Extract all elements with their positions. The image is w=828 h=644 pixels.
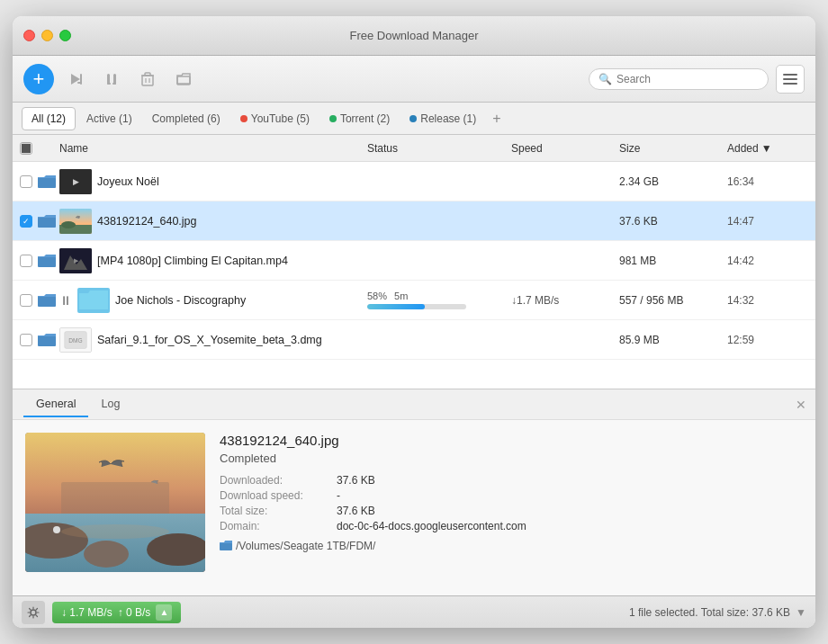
plus-icon: + — [33, 69, 45, 89]
tab-completed[interactable]: Completed (6) — [143, 108, 230, 130]
detail-tab-general[interactable]: General — [23, 392, 88, 417]
pause-icon — [104, 71, 120, 87]
svg-rect-6 — [112, 83, 116, 85]
filename: [MP4 1080p] Climbing El Capitan.mp4 — [97, 255, 288, 267]
add-tab-button[interactable]: + — [487, 109, 506, 129]
header-status: Status — [367, 142, 511, 155]
progress-info: 58% 5m — [367, 291, 511, 301]
table-row[interactable]: ▶ [MP4 1080p] Climbing El Capitan.mp4 98… — [13, 241, 815, 281]
row-added: 14:42 — [727, 255, 808, 267]
file-thumbnail: ▶ — [59, 169, 92, 194]
svg-text:DMG: DMG — [68, 336, 82, 343]
row-name: DMG Safari_9.1_for_OS_X_Yosemite_beta_3.… — [59, 327, 367, 353]
table-row[interactable]: ▶ Joyeux Noël 2.34 GB 16:34 — [13, 162, 815, 201]
maximize-button[interactable] — [59, 30, 71, 41]
svg-point-36 — [61, 524, 169, 539]
field-label: Downloaded: — [220, 474, 337, 487]
delete-button[interactable] — [133, 65, 162, 94]
row-checkbox[interactable] — [20, 334, 32, 346]
speed-expand-button[interactable]: ▲ — [156, 604, 172, 621]
row-checkbox[interactable] — [20, 255, 32, 267]
pause-button[interactable] — [97, 65, 126, 94]
detail-info: 438192124_640.jpg Completed Downloaded: … — [220, 433, 803, 583]
tab-youtube-label: YouTube (5) — [251, 112, 310, 125]
select-all-checkbox[interactable] — [20, 142, 32, 155]
tab-youtube[interactable]: YouTube (5) — [231, 108, 319, 130]
row-checkbox[interactable] — [20, 294, 32, 307]
svg-rect-17 — [38, 218, 56, 228]
svg-rect-25 — [38, 336, 56, 346]
row-added: 14:32 — [727, 294, 808, 307]
tabbar: All (12) Active (1) Completed (6) YouTub… — [13, 103, 815, 135]
tab-active-label: Active (1) — [86, 112, 132, 125]
svg-rect-7 — [142, 76, 153, 85]
tab-all[interactable]: All (12) — [22, 107, 76, 130]
row-check — [20, 333, 59, 347]
row-added: 16:34 — [727, 175, 808, 188]
sort-arrow: ▼ — [761, 142, 772, 155]
search-icon: 🔍 — [598, 73, 612, 85]
settings-icon-button[interactable] — [22, 601, 45, 624]
pause-state-icon: ⏸ — [59, 293, 72, 308]
select-all-icon — [21, 142, 32, 155]
folder-icon — [38, 293, 56, 308]
svg-rect-24 — [38, 297, 56, 307]
detail-close-button[interactable]: ✕ — [796, 398, 806, 412]
row-checkbox[interactable] — [20, 175, 32, 188]
field-label: Total size: — [220, 505, 337, 517]
video-thumb: ▶ — [59, 169, 92, 194]
table-row[interactable]: 438192124_640.jpg 37.6 KB 14:47 — [13, 201, 815, 241]
toolbar: + — [13, 56, 815, 103]
table-row[interactable]: DMG Safari_9.1_for_OS_X_Yosemite_beta_3.… — [13, 320, 815, 360]
header-name: Name — [59, 142, 367, 155]
category-button[interactable] — [169, 65, 198, 94]
torrent-dot — [329, 115, 337, 122]
detail-tab-log[interactable]: Log — [88, 392, 132, 417]
svg-text:▶: ▶ — [73, 177, 79, 186]
menu-line — [783, 78, 797, 80]
play-icon — [68, 71, 84, 87]
svg-rect-30 — [61, 482, 169, 518]
row-speed: ↓1.7 MB/s — [511, 294, 619, 307]
tab-release[interactable]: Release (1) — [400, 108, 485, 130]
menu-button[interactable] — [776, 65, 805, 94]
chevron-down-icon[interactable]: ▼ — [796, 606, 806, 619]
search-box: 🔍 — [589, 68, 769, 90]
row-checkbox[interactable] — [20, 215, 32, 228]
tab-active[interactable]: Active (1) — [77, 108, 141, 130]
dmg-thumb: DMG — [60, 327, 91, 353]
svg-point-38 — [31, 610, 36, 615]
detail-panel: General Log ✕ — [13, 389, 815, 595]
detail-filename: 438192124_640.jpg — [220, 433, 803, 448]
resume-button[interactable] — [61, 65, 90, 94]
table-header: Name Status Speed Size Added ▼ — [13, 135, 815, 162]
row-added: 12:59 — [727, 334, 808, 346]
preview-image — [25, 433, 205, 572]
file-thumbnail — [59, 209, 92, 234]
tab-torrent[interactable]: Torrent (2) — [320, 108, 399, 130]
row-size: 981 MB — [619, 255, 727, 267]
minimize-button[interactable] — [41, 30, 53, 41]
traffic-lights — [23, 30, 71, 41]
folder-icon — [38, 214, 56, 228]
row-name: 438192124_640.jpg — [59, 209, 367, 234]
field-value: 37.6 KB — [337, 505, 375, 517]
folder-icon — [38, 254, 56, 268]
time-remaining: 5m — [394, 291, 408, 301]
folder-icon — [38, 174, 56, 189]
main-window: Free Download Manager + — [13, 16, 815, 628]
svg-point-20 — [61, 221, 76, 228]
add-button[interactable]: + — [23, 64, 54, 94]
detail-field-size: Total size: 37.6 KB — [220, 505, 803, 517]
field-value: 37.6 KB — [337, 474, 375, 487]
gear-icon — [27, 606, 40, 619]
row-size: 85.9 MB — [619, 334, 727, 346]
release-dot — [410, 115, 417, 122]
field-label: Domain: — [220, 520, 337, 532]
table-row[interactable]: ⏸ Joe Nichols - Discography 58% 5m — [13, 281, 815, 320]
field-value: - — [337, 489, 340, 502]
close-button[interactable] — [23, 30, 35, 41]
progress-bar-bg — [367, 304, 466, 309]
folder-small-icon — [220, 541, 232, 551]
search-input[interactable] — [616, 73, 759, 85]
